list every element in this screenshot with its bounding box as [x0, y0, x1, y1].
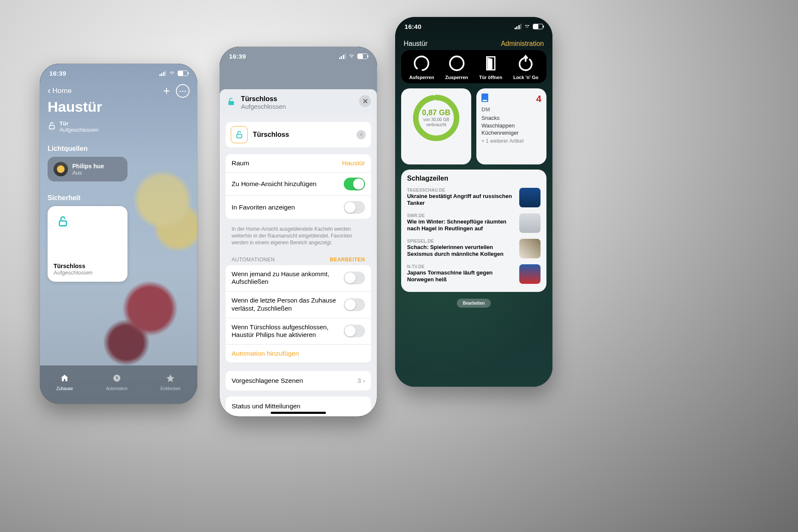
add-automation-button[interactable]: Automation hinzufügen	[226, 344, 371, 362]
name-field-row[interactable]: Türschloss ✕	[226, 122, 371, 147]
unlock-icon	[54, 212, 72, 231]
news-headline: Ukraine bestätigt Angriff auf russischen…	[407, 193, 515, 206]
automation-row: Wenn jemand zu Hause ankommt, Aufschließ…	[226, 265, 371, 291]
cellular-icon	[159, 71, 167, 76]
room-row[interactable]: Raum Haustür	[226, 154, 371, 172]
news-item[interactable]: N-TV.DEJapans Tormaschine läuft gegen No…	[407, 261, 540, 287]
tab-automation[interactable]: Automation	[106, 374, 128, 391]
section-security: Sicherheit	[48, 194, 190, 202]
data-usage-widget[interactable]: 0,87 GB von 30,00 GBverbraucht	[401, 88, 471, 164]
page-title: Haustür	[48, 99, 190, 115]
tab-discover[interactable]: Entdecken	[161, 374, 181, 391]
more-button[interactable]: ⋯	[176, 84, 190, 98]
toggle-favorites[interactable]	[344, 201, 365, 214]
row-value: Haustür	[342, 159, 365, 167]
list-title: DM	[481, 106, 541, 113]
clear-button[interactable]: ✕	[357, 130, 366, 139]
nuki-open-door-button[interactable]: Tür öffnen	[479, 54, 502, 80]
svg-rect-1	[59, 221, 66, 226]
news-item[interactable]: SWR.DEWie im Winter: Schneepflüge räumte…	[407, 210, 540, 236]
nuki-label: Aufsperren	[409, 75, 434, 80]
widget-title: Haustür	[404, 40, 427, 48]
list-items: SnacksWaschlappenKüchenreiniger	[481, 114, 541, 137]
data-verb: verbraucht	[426, 122, 446, 127]
lock-state: Aufgeschlossen	[54, 269, 122, 276]
nuki-widget: Aufsperren Zusperren Tür öffnen Lock 'n'…	[401, 50, 546, 83]
svg-rect-3	[229, 101, 234, 105]
tab-label: Automation	[106, 386, 128, 391]
data-total: von 30,00 GB	[423, 117, 449, 122]
news-thumbnail	[519, 264, 540, 284]
automations-header: AUTOMATIONEN BEARBEITEN	[226, 253, 371, 265]
news-headline: Schach: Spielerinnen verurteilen Sexismu…	[407, 244, 515, 257]
close-button[interactable]: ✕	[359, 95, 371, 107]
edit-widgets-button[interactable]: Bearbeiten	[457, 299, 491, 308]
lock-icon	[231, 126, 248, 143]
automation-text: Wenn jemand zu Hause ankommt, Aufschließ…	[232, 270, 340, 286]
lock-tile[interactable]: Türschloss Aufgeschlossen	[48, 206, 127, 282]
add-button[interactable]: +	[163, 84, 170, 98]
clock: 16:39	[229, 53, 246, 60]
nav-bar: ‹ Home + ⋯	[40, 82, 197, 98]
row-label: Status und Mitteilungen	[232, 402, 300, 410]
battery-icon	[533, 24, 543, 29]
news-source: SWR.DE	[407, 213, 515, 218]
svg-rect-0	[49, 125, 54, 129]
phone-lock-settings: 16:39 Türschloss Aufgeschlossen ✕	[220, 47, 377, 416]
suggested-scenes-row[interactable]: Vorgeschlagene Szenen 3 ›	[226, 371, 371, 391]
news-thumbnail	[519, 239, 540, 258]
svg-point-5	[413, 54, 430, 72]
toggle-add-home[interactable]	[344, 178, 365, 190]
header-label: AUTOMATIONEN	[232, 257, 275, 263]
bulb-icon	[54, 162, 68, 176]
section-lights: Lichtquellen	[48, 145, 190, 153]
widget-admin-link[interactable]: Administration	[501, 40, 544, 48]
automation-toggle[interactable]	[344, 272, 365, 284]
automation-text: Wenn Türschloss aufgeschlossen, Haustür …	[232, 323, 340, 340]
phone-today-widgets: 16:40 Haustür Administration Aufsperren …	[395, 17, 552, 387]
news-headline: Wie im Winter: Schneepflüge räumten nach…	[407, 218, 515, 232]
tab-label: Zuhause	[57, 386, 73, 391]
device-name: Türschloss	[241, 95, 286, 103]
shopping-list-widget[interactable]: 4 DM SnacksWaschlappenKüchenreiniger + 1…	[476, 88, 546, 164]
wifi-icon	[348, 54, 355, 59]
news-source: TAGESSCHAU.DE	[407, 188, 515, 192]
nuki-lockngo-button[interactable]: Lock 'n' Go	[513, 54, 538, 80]
svg-rect-4	[237, 134, 242, 138]
unlock-icon	[226, 97, 236, 109]
house-icon	[60, 374, 69, 385]
nuki-lock-button[interactable]: Zusperren	[445, 54, 468, 80]
news-headline: Japans Tormaschine läuft gegen Norwegen …	[407, 269, 515, 283]
news-thumbnail	[519, 188, 540, 207]
tab-label: Entdecken	[161, 386, 181, 391]
automation-toggle[interactable]	[344, 298, 365, 311]
nuki-label: Zusperren	[445, 75, 468, 80]
news-item[interactable]: TAGESSCHAU.DEUkraine bestätigt Angriff a…	[407, 185, 540, 210]
edit-automations-button[interactable]: BEARBEITEN	[330, 257, 365, 263]
back-button[interactable]: ‹ Home	[48, 86, 72, 96]
clock: 16:39	[49, 70, 66, 77]
nuki-label: Lock 'n' Go	[513, 75, 538, 80]
automations-list: Wenn jemand zu Hause ankommt, Aufschließ…	[226, 265, 371, 363]
wifi-icon	[169, 71, 175, 76]
list-more: + 1 weiterer Artikel	[481, 138, 541, 144]
add-to-home-row: Zu Home-Ansicht hinzufügen	[226, 172, 371, 195]
row-label: Zu Home-Ansicht hinzufügen	[232, 180, 317, 188]
automation-toggle[interactable]	[344, 325, 365, 337]
news-widget[interactable]: Schlagzeilen TAGESSCHAU.DEUkraine bestät…	[401, 170, 546, 292]
row-label: Raum	[232, 159, 249, 167]
light-tile[interactable]: Philips hue Aus	[48, 157, 127, 181]
door-label: Tür	[59, 120, 99, 127]
scenes-count: 3	[357, 377, 361, 384]
home-indicator[interactable]	[271, 412, 326, 414]
battery-icon	[178, 71, 188, 76]
news-item[interactable]: SPIEGEL.DESchach: Spielerinnen verurteil…	[407, 236, 540, 261]
nuki-unlock-button[interactable]: Aufsperren	[409, 54, 434, 80]
row-label: In Favoriten anzeigen	[232, 204, 295, 211]
back-label: Home	[52, 87, 71, 95]
door-status-indicator[interactable]: Tür Aufgeschlossen	[48, 120, 190, 133]
nuki-widget-header: Haustür Administration	[395, 36, 552, 50]
tab-home[interactable]: Zuhause	[57, 374, 73, 391]
news-thumbnail	[519, 213, 540, 233]
phone-home-room: 16:39 ‹ Home + ⋯ Haustür Tür	[40, 64, 197, 404]
